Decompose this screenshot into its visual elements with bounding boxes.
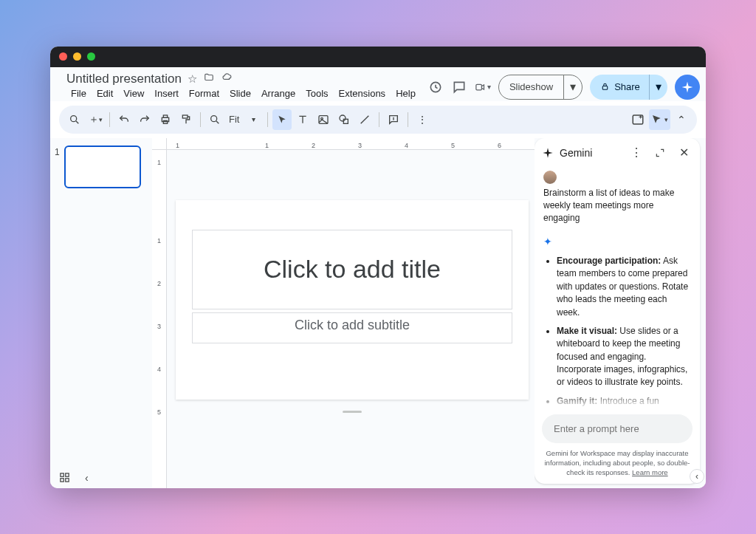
svg-rect-17 xyxy=(66,473,69,476)
canvas-area: 11234567 112345 Click to add title Click… xyxy=(152,138,535,488)
move-folder-icon[interactable] xyxy=(203,72,215,86)
share-label: Share xyxy=(614,81,640,92)
document-title[interactable]: Untitled presentation xyxy=(66,72,182,86)
zoom-fit-label[interactable]: Fit xyxy=(229,114,239,125)
gemini-user-prompt: Brainstorm a list of ideas to make weekl… xyxy=(543,187,691,225)
zoom-icon[interactable] xyxy=(205,109,224,130)
gemini-response-icon: ✦ xyxy=(543,234,691,249)
gemini-body: Brainstorm a list of ideas to make weekl… xyxy=(535,168,700,409)
bottom-bar: ‹ xyxy=(59,472,89,484)
list-item: Make it visual: Use slides or a whiteboa… xyxy=(557,325,691,389)
header-right: ▾ Slideshow ▾ Share ▾ xyxy=(427,72,706,100)
svg-rect-7 xyxy=(163,115,167,117)
menu-tools[interactable]: Tools xyxy=(301,86,332,101)
grid-view-icon[interactable] xyxy=(59,472,70,483)
svg-rect-4 xyxy=(602,86,608,89)
menu-format[interactable]: Format xyxy=(185,86,224,101)
zoom-dropdown[interactable]: ▾ xyxy=(244,109,263,130)
history-icon[interactable] xyxy=(427,79,444,95)
shape-icon[interactable] xyxy=(334,109,354,130)
window-maximize-button[interactable] xyxy=(87,52,95,61)
menu-slide[interactable]: Slide xyxy=(225,86,255,101)
more-tools-icon[interactable]: ⋮ xyxy=(413,109,432,130)
comments-icon[interactable] xyxy=(451,79,467,95)
gemini-learn-more-link[interactable]: Learn more xyxy=(632,468,668,476)
title-placeholder-text: Click to add title xyxy=(264,255,441,284)
svg-rect-14 xyxy=(344,119,348,123)
menu-help[interactable]: Help xyxy=(391,86,420,101)
window-close-button[interactable] xyxy=(59,52,67,61)
cloud-status-icon[interactable] xyxy=(221,72,233,86)
content-area: 1 11234567 112345 Click to add title Cli… xyxy=(50,138,706,488)
app-window: Untitled presentation ☆ File Edit View I… xyxy=(50,47,706,488)
gemini-user-avatar xyxy=(543,171,557,184)
share-button[interactable]: Share xyxy=(590,81,649,92)
svg-rect-9 xyxy=(182,115,188,118)
select-tool-icon[interactable] xyxy=(272,109,292,130)
textbox-icon[interactable] xyxy=(293,109,312,130)
gemini-spark-button[interactable] xyxy=(675,75,700,100)
subtitle-placeholder-box[interactable]: Click to add subtitle xyxy=(192,312,512,343)
star-icon[interactable]: ☆ xyxy=(188,72,197,86)
subtitle-placeholder-text: Click to add subtitle xyxy=(295,318,410,333)
gemini-spark-icon xyxy=(542,147,554,159)
title-placeholder-box[interactable]: Click to add title xyxy=(192,230,512,309)
share-dropdown[interactable]: ▾ xyxy=(649,75,667,100)
slideshow-dropdown[interactable]: ▾ xyxy=(563,75,582,99)
slide-canvas[interactable]: Click to add title Click to add subtitle xyxy=(176,200,529,400)
explore-chevron-icon[interactable]: ‹ xyxy=(85,472,89,484)
meet-icon[interactable]: ▾ xyxy=(475,79,491,95)
slide-thumbnail[interactable] xyxy=(64,146,141,188)
gemini-disclaimer: Gemini for Workspace may display inaccur… xyxy=(535,446,700,483)
svg-rect-18 xyxy=(61,479,63,482)
search-menus-icon[interactable] xyxy=(65,109,84,130)
svg-point-13 xyxy=(340,115,346,121)
app-header: Untitled presentation ☆ File Edit View I… xyxy=(50,67,706,101)
side-panel-toggle[interactable]: ‹ xyxy=(690,469,704,484)
menu-arrange[interactable]: Arrange xyxy=(257,86,300,101)
gemini-input-wrap xyxy=(535,408,700,446)
gemini-prompt-input[interactable] xyxy=(542,414,693,443)
paint-format-icon[interactable] xyxy=(176,109,196,130)
gemini-more-icon[interactable]: ⋮ xyxy=(628,144,645,162)
line-icon[interactable] xyxy=(355,109,374,130)
pen-tool-icon[interactable]: ▾ xyxy=(649,109,670,130)
image-icon[interactable] xyxy=(314,109,333,130)
gemini-close-icon[interactable]: ✕ xyxy=(675,144,693,162)
svg-rect-16 xyxy=(61,473,63,476)
list-item: Encourage participation: Ask team member… xyxy=(557,255,691,319)
hide-menus-icon[interactable]: ⌃ xyxy=(672,109,691,130)
menu-extensions[interactable]: Extensions xyxy=(334,86,391,101)
menu-insert[interactable]: Insert xyxy=(150,86,183,101)
undo-icon[interactable] xyxy=(114,109,134,130)
header-middle: Untitled presentation ☆ File Edit View I… xyxy=(66,72,420,101)
toolbar: ＋▾ Fit ▾ ⋮ ▾ ⌃ xyxy=(59,106,697,134)
print-icon[interactable] xyxy=(156,109,175,130)
slide-number: 1 xyxy=(55,147,60,481)
share-group: Share ▾ xyxy=(590,75,667,100)
menu-bar: File Edit View Insert Format Slide Arran… xyxy=(66,86,420,101)
comment-add-icon[interactable] xyxy=(384,109,403,130)
title-row: Untitled presentation ☆ xyxy=(66,72,420,86)
filmstrip: 1 xyxy=(50,138,152,488)
window-minimize-button[interactable] xyxy=(73,52,81,61)
svg-rect-19 xyxy=(66,479,69,482)
window-titlebar xyxy=(50,47,706,67)
gemini-expand-icon[interactable] xyxy=(651,144,669,162)
ruler-vertical: 112345 xyxy=(152,150,167,488)
svg-point-10 xyxy=(211,115,217,121)
slideshow-group: Slideshow ▾ xyxy=(498,75,583,100)
gemini-header: Gemini ⋮ ✕ xyxy=(535,138,700,168)
gemini-panel: Gemini ⋮ ✕ Brainstorm a list of ideas to… xyxy=(535,138,700,484)
new-slide-button[interactable]: ＋▾ xyxy=(86,109,105,130)
ruler-corner xyxy=(152,138,167,150)
ruler-horizontal: 11234567 xyxy=(167,138,535,150)
create-image-icon[interactable] xyxy=(628,109,647,130)
menu-view[interactable]: View xyxy=(119,86,148,101)
menu-file[interactable]: File xyxy=(66,86,91,101)
speaker-notes-handle[interactable] xyxy=(343,411,362,413)
gemini-title: Gemini xyxy=(560,147,622,159)
menu-edit[interactable]: Edit xyxy=(92,86,117,101)
slideshow-button[interactable]: Slideshow xyxy=(499,81,563,92)
redo-icon[interactable] xyxy=(135,109,154,130)
